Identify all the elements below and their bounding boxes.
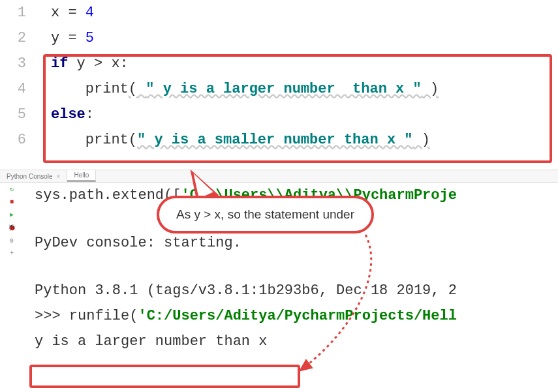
editor-line: 5 else: — [0, 102, 558, 127]
console-toolbar: ↻ ■ ▶ 🐞 ⚙ + — [0, 183, 23, 354]
code-text: x = 4 — [38, 0, 558, 25]
console-line: Python 3.8.1 (tags/v3.8.1:1b293b6, Dec 1… — [35, 278, 558, 303]
line-number: 5 — [0, 102, 38, 127]
settings-icon[interactable]: ⚙ — [10, 237, 14, 245]
close-icon[interactable]: × — [57, 173, 61, 180]
editor-line: 3 if y > x: — [0, 51, 558, 76]
console-line: PyDev console: starting. — [35, 230, 558, 256]
code-text: print(" y is a smaller number than x " ) — [38, 127, 558, 153]
code-text: y = 5 — [38, 25, 558, 51]
more-icon[interactable]: + — [10, 250, 14, 257]
callout-text: As y > x, so the statement under — [176, 207, 354, 221]
code-editor[interactable]: 1 x = 4 2 y = 5 3 if y > x: 4 print( " y… — [0, 0, 558, 153]
line-number: 1 — [0, 0, 38, 25]
tool-window-tabs: Python Console× Hello — [0, 170, 558, 183]
line-number: 3 — [0, 51, 38, 76]
console-line: y is a larger number than x — [35, 329, 558, 354]
stop-icon[interactable]: ■ — [10, 198, 14, 205]
line-number: 2 — [0, 25, 38, 51]
code-text: else: — [38, 102, 558, 127]
editor-line: 2 y = 5 — [0, 25, 558, 51]
tab-python-console[interactable]: Python Console× — [0, 170, 67, 182]
editor-line: 4 print( " y is a larger number than x "… — [0, 76, 558, 102]
rerun-icon[interactable]: ↻ — [10, 185, 14, 193]
run-icon[interactable]: ▶ — [10, 211, 14, 219]
debug-icon[interactable]: 🐞 — [8, 224, 16, 232]
editor-line: 6 print(" y is a smaller number than x "… — [0, 127, 558, 153]
highlight-box-output — [29, 365, 300, 388]
code-text: if y > x: — [38, 51, 558, 76]
line-number: 6 — [0, 127, 38, 153]
annotation-callout: As y > x, so the statement under — [157, 196, 374, 234]
editor-line: 1 x = 4 — [0, 0, 558, 25]
code-text: print( " y is a larger number than x " ) — [38, 76, 558, 102]
line-number: 4 — [0, 76, 38, 102]
console-line: >>> runfile('C:/Users/Aditya/PycharmProj… — [35, 303, 558, 329]
tab-hello[interactable]: Hello — [67, 170, 96, 182]
